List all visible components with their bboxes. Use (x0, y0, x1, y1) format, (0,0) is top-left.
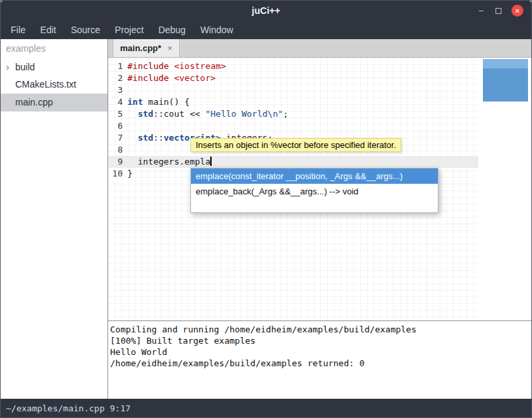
code-text: int main() { (127, 97, 190, 107)
code-segment (127, 109, 138, 119)
code-segment: <iostream> (174, 61, 226, 71)
line-number: 3 (108, 84, 123, 96)
code-line[interactable]: 1#include <iostream> (108, 60, 478, 72)
tree-item-cmakelists-txt[interactable]: CMakeLists.txt (1, 76, 107, 94)
file-tree: ›buildCMakeLists.txtmain.cpp (1, 58, 107, 111)
project-name: examples (1, 39, 107, 58)
line-number: 9 (108, 156, 123, 168)
code-segment: <vector> (174, 73, 216, 83)
status-file-position: ~/examples/main.cpp 9:17 (6, 403, 131, 413)
tab-close-icon[interactable]: × (167, 43, 172, 53)
maximize-icon[interactable] (496, 8, 501, 14)
code-line[interactable]: 6 (108, 120, 478, 132)
menu-item-file[interactable]: File (3, 21, 33, 39)
line-number: 2 (108, 72, 123, 84)
scrollbar-overview-top (483, 59, 528, 68)
tab-bar: main.cpp* × (108, 39, 531, 58)
line-number: 5 (108, 108, 123, 120)
code-line[interactable]: 2#include <vector> (108, 72, 478, 84)
code-text: #include <iostream> (127, 61, 226, 71)
window-title: juCi++ (1, 5, 531, 16)
code-text: std::cout << "Hello World\n"; (127, 109, 289, 119)
code-text: } (127, 169, 133, 178)
completion-popup: emplace(const_iterator __position, _Args… (190, 168, 438, 213)
code-segment: integers.empla (127, 157, 210, 167)
code-text: #include <vector> (127, 73, 216, 83)
code-segment: :: (153, 133, 164, 143)
menu-bar: FileEditSourceProjectDebugWindow (1, 21, 531, 39)
menu-item-edit[interactable]: Edit (33, 21, 64, 39)
code-line[interactable]: 3 (108, 84, 478, 96)
doc-tooltip: Inserts an object in %vector before spec… (190, 138, 401, 152)
code-segment: } (127, 169, 133, 178)
line-number: 8 (108, 144, 123, 156)
line-number: 7 (108, 132, 123, 144)
code-line[interactable]: 5 std::cout << "Hello World\n"; (108, 108, 478, 120)
menu-item-source[interactable]: Source (64, 21, 107, 39)
tree-item-label: build (15, 62, 35, 72)
code-segment (127, 133, 138, 143)
terminal-line: /home/eidheim/examples/build/examples re… (110, 358, 529, 369)
expander-icon[interactable]: › (6, 58, 15, 76)
tree-item-main-cpp[interactable]: main.cpp (1, 94, 107, 111)
menu-item-debug[interactable]: Debug (151, 21, 193, 39)
scrollbar-overview[interactable] (483, 59, 528, 102)
app-window: juCi++ − ✕ FileEditSourceProjectDebugWin… (0, 0, 532, 418)
tree-item-label: main.cpp (15, 97, 53, 107)
tree-item-label: CMakeLists.txt (15, 79, 76, 90)
terminal-line: [100%] Built target examples (110, 335, 529, 346)
status-bar: ~/examples/main.cpp 9:17 (1, 399, 531, 417)
editor-column: main.cpp* × 1#include <iostream>2#includ… (108, 39, 531, 399)
line-number: 10 (108, 168, 123, 180)
menu-item-project[interactable]: Project (107, 21, 151, 39)
code-text: integers.empla (127, 157, 212, 167)
code-segment: "Hello World\n" (205, 109, 283, 119)
code-segment: ; (283, 109, 289, 119)
menu-item-window[interactable]: Window (193, 21, 241, 39)
tree-item-build[interactable]: ›build (1, 58, 107, 76)
title-bar[interactable]: juCi++ − ✕ (1, 1, 531, 21)
code-segment: #include (127, 73, 169, 83)
code-line[interactable]: 4int main() { (108, 96, 478, 108)
scrollbar-overview-thumb (483, 68, 528, 102)
file-explorer: examples ›buildCMakeLists.txtmain.cpp (1, 39, 108, 399)
terminal-line: Hello World (110, 346, 529, 358)
code-segment: #include (127, 61, 169, 71)
code-segment: int (127, 97, 143, 107)
close-icon[interactable]: ✕ (511, 5, 523, 17)
terminal-line: Compiling and running /home/eidheim/exam… (110, 324, 529, 335)
tab-label: main.cpp* (120, 43, 161, 53)
line-number: 6 (108, 120, 123, 132)
code-editor[interactable]: 1#include <iostream>2#include <vector>34… (108, 58, 531, 320)
terminal-output: Compiling and running /home/eidheim/exam… (108, 320, 531, 400)
code-segment: std (138, 109, 153, 119)
tab-main-cpp[interactable]: main.cpp* × (113, 39, 180, 57)
code-segment: std (138, 133, 153, 143)
code-line[interactable]: 9 integers.empla (108, 156, 478, 168)
line-number: 1 (108, 60, 123, 72)
completion-item[interactable]: emplace_back(_Args &&__args...) --> void (191, 184, 438, 199)
completion-item[interactable]: emplace(const_iterator __position, _Args… (191, 169, 438, 184)
code-segment: main() { (143, 97, 189, 107)
main-content: examples ›buildCMakeLists.txtmain.cpp ma… (1, 39, 531, 399)
text-cursor (210, 157, 212, 166)
minimize-icon[interactable]: − (476, 6, 486, 15)
code-segment: ::cout << (153, 109, 205, 119)
line-number: 4 (108, 96, 123, 108)
window-controls: − ✕ (476, 5, 531, 17)
